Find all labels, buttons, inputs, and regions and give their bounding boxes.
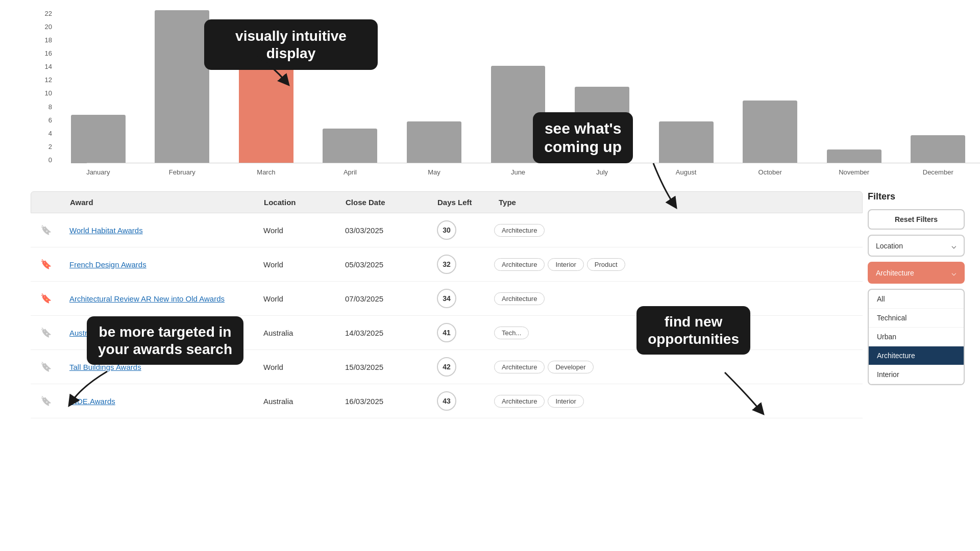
callout-targeted: be more targeted inyour awards search <box>87 316 243 365</box>
y-label-0: 0 <box>48 157 52 163</box>
x-label-december: December <box>896 164 980 184</box>
y-label-2: 2 <box>48 143 52 150</box>
callout-coming-up: see what'scoming up <box>533 112 633 163</box>
table-header: Award Location Close Date Days Left Type <box>31 191 863 213</box>
y-label-12: 12 <box>45 77 52 83</box>
days-left-cell: 41 <box>429 323 490 342</box>
close-date-cell: 05/03/2025 <box>337 260 429 269</box>
x-label-february: February <box>140 164 225 184</box>
days-badge: 43 <box>437 391 456 411</box>
th-bookmark <box>31 198 62 207</box>
location-filter-dropdown[interactable]: Location ⌵ <box>868 235 965 257</box>
bookmark-cell[interactable]: 🔖 <box>31 259 61 270</box>
bookmark-cell[interactable]: 🔖 <box>31 327 61 338</box>
th-days-left: Days Left <box>429 198 491 207</box>
days-badge: 34 <box>437 289 456 308</box>
y-label-4: 4 <box>48 130 52 137</box>
bar-december <box>911 135 965 163</box>
x-label-june: June <box>476 164 560 184</box>
x-label-may: May <box>392 164 476 184</box>
bar-april <box>323 129 377 163</box>
chart-baseline <box>87 163 980 163</box>
filter-option-urban[interactable]: Urban <box>869 328 964 346</box>
x-label-january: January <box>56 164 140 184</box>
type-tag: Tech... <box>494 327 529 339</box>
bar-february <box>155 10 209 163</box>
callout-opportunities: find newopportunities <box>636 306 750 355</box>
bookmark-cell[interactable]: 🔖 <box>31 224 61 236</box>
location-cell: Australia <box>255 397 337 406</box>
y-label-10: 10 <box>45 90 52 96</box>
x-label-november: November <box>812 164 896 184</box>
close-date-cell: 07/03/2025 <box>337 294 429 303</box>
filters-panel: Filters Reset Filters Location ⌵ Archite… <box>868 191 965 385</box>
type-tag: Product <box>587 258 625 271</box>
types-cell: ArchitectureInterior <box>490 395 863 408</box>
bookmark-cell[interactable]: 🔖 <box>31 361 61 372</box>
bar-october <box>743 101 797 163</box>
bookmark-icon: 🔖 <box>40 395 52 407</box>
reset-filters-button[interactable]: Reset Filters <box>868 209 965 230</box>
chart-bar-december <box>896 10 980 163</box>
close-date-cell: 14/03/2025 <box>337 329 429 337</box>
y-label-20: 20 <box>45 23 52 30</box>
chart-bar-august <box>644 10 728 163</box>
arrow-display <box>214 41 296 92</box>
types-cell: ArchitectureInteriorProduct <box>490 258 863 271</box>
arrow-coming-up <box>623 158 684 209</box>
bookmark-icon: 🔖 <box>40 224 52 236</box>
filter-option-technical[interactable]: Technical <box>869 309 964 328</box>
arrow-targeted <box>66 366 117 407</box>
y-label-14: 14 <box>45 63 52 70</box>
y-label-8: 8 <box>48 104 52 110</box>
table-row: 🔖French Design AwardsWorld05/03/202532Ar… <box>31 247 863 282</box>
chart-bar-may <box>392 10 476 163</box>
bookmark-cell[interactable]: 🔖 <box>31 395 61 407</box>
y-label-22: 22 <box>45 10 52 17</box>
days-left-cell: 42 <box>429 357 490 377</box>
type-tag: Developer <box>548 361 593 373</box>
bar-january <box>71 115 126 163</box>
chevron-down-icon-2: ⌵ <box>951 268 957 278</box>
chevron-down-icon: ⌵ <box>951 241 957 251</box>
chart-y-axis: 22 20 18 16 14 12 10 8 6 4 2 0 <box>31 10 56 163</box>
location-cell: World <box>255 260 337 269</box>
table-row: 🔖World Habitat AwardsWorld03/03/202530Ar… <box>31 213 863 247</box>
chart-bar-november <box>812 10 896 163</box>
award-link[interactable]: French Design Awards <box>61 260 255 269</box>
days-badge: 30 <box>437 220 456 240</box>
architecture-label: Architecture <box>876 269 914 277</box>
y-label-16: 16 <box>45 50 52 57</box>
close-date-cell: 03/03/2025 <box>337 226 429 235</box>
filter-option-interior[interactable]: Interior <box>869 365 964 384</box>
location-cell: World <box>255 363 337 371</box>
y-label-6: 6 <box>48 117 52 123</box>
type-tag: Interior <box>548 395 583 408</box>
types-cell: Architecture <box>490 292 863 305</box>
bookmark-cell[interactable]: 🔖 <box>31 293 61 304</box>
architecture-filter-dropdown[interactable]: Architecture ⌵ <box>868 262 965 284</box>
type-tag: Architecture <box>494 361 545 373</box>
days-left-cell: 32 <box>429 255 490 274</box>
arrow-opportunities <box>704 367 766 418</box>
days-left-cell: 30 <box>429 220 490 240</box>
chart-bar-october <box>728 10 812 163</box>
filter-option-all[interactable]: All <box>869 290 964 309</box>
x-label-march: March <box>224 164 308 184</box>
location-cell: Australia <box>255 329 337 337</box>
award-link[interactable]: World Habitat Awards <box>61 226 255 235</box>
th-close-date: Close Date <box>337 198 429 207</box>
bookmark-icon: 🔖 <box>40 259 52 270</box>
type-tag: Architecture <box>494 224 545 237</box>
award-link[interactable]: Architectural Review AR New into Old Awa… <box>61 294 255 303</box>
type-tag: Interior <box>548 258 583 271</box>
type-tag: Architecture <box>494 292 545 305</box>
days-left-cell: 43 <box>429 391 490 411</box>
th-award: Award <box>62 198 256 207</box>
th-location: Location <box>256 198 337 207</box>
y-label-18: 18 <box>45 37 52 43</box>
location-cell: World <box>255 226 337 235</box>
filter-option-architecture[interactable]: Architecture <box>869 346 964 365</box>
x-label-april: April <box>308 164 393 184</box>
types-cell: ArchitectureDeveloper <box>490 361 863 373</box>
